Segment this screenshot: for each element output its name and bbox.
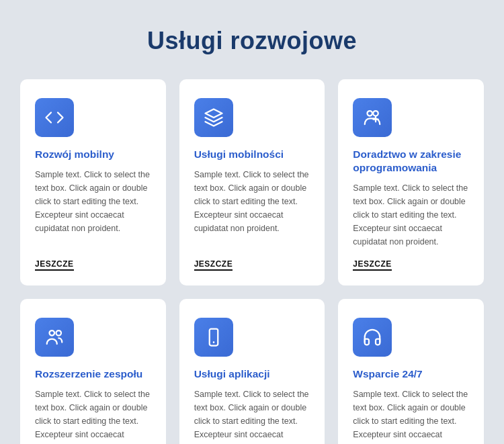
card-3-text: Sample text. Click to select the text bo… [353, 181, 469, 249]
svg-marker-0 [205, 109, 222, 118]
svg-point-1 [368, 111, 373, 116]
card-1-link[interactable]: JESZCZE [35, 259, 74, 271]
card-3-title: Doradztwo w zakresie oprogramowania [353, 148, 469, 175]
svg-point-2 [374, 111, 379, 116]
card-doradztwo: Doradztwo w zakresie oprogramowania Samp… [338, 79, 484, 285]
code-icon [35, 98, 74, 137]
card-3-link[interactable]: JESZCZE [353, 259, 392, 271]
card-rozwoj-mobilny: Rozwój mobilny Sample text. Click to sel… [20, 79, 166, 285]
card-4-text: Sample text. Click to select the text bo… [35, 388, 151, 444]
card-1-title: Rozwój mobilny [35, 148, 114, 161]
layers-icon [194, 98, 233, 137]
card-5-text: Sample text. Click to select the text bo… [194, 388, 310, 444]
page-wrapper: Usługi rozwojowe Rozwój mobilny Sample t… [0, 0, 504, 444]
card-rozszerzenie-zespolu: Rozszerzenie zespołu Sample text. Click … [20, 299, 166, 444]
cards-grid: Rozwój mobilny Sample text. Click to sel… [20, 79, 484, 444]
support-icon [353, 318, 392, 357]
mobile-app-icon [194, 318, 233, 357]
card-2-text: Sample text. Click to select the text bo… [194, 168, 310, 249]
svg-point-6 [56, 330, 62, 336]
card-6-text: Sample text. Click to select the text bo… [353, 388, 469, 444]
card-2-link[interactable]: JESZCZE [194, 259, 233, 271]
users-consult-icon [353, 98, 392, 137]
card-4-title: Rozszerzenie zespołu [35, 367, 142, 381]
svg-point-5 [50, 330, 55, 336]
card-uslugi-aplikacji: Usługi aplikacji Sample text. Click to s… [179, 299, 325, 444]
card-5-title: Usługi aplikacji [194, 367, 270, 381]
card-wsparcie: Wsparcie 24/7 Sample text. Click to sele… [338, 299, 484, 444]
svg-point-9 [212, 342, 214, 344]
card-2-title: Usługi mobilności [194, 148, 284, 161]
card-6-title: Wsparcie 24/7 [353, 367, 422, 381]
page-title: Usługi rozwojowe [20, 27, 484, 55]
card-1-text: Sample text. Click to select the text bo… [35, 168, 151, 249]
team-icon [35, 318, 74, 357]
card-uslugi-mobilnosci: Usługi mobilności Sample text. Click to … [179, 79, 325, 285]
